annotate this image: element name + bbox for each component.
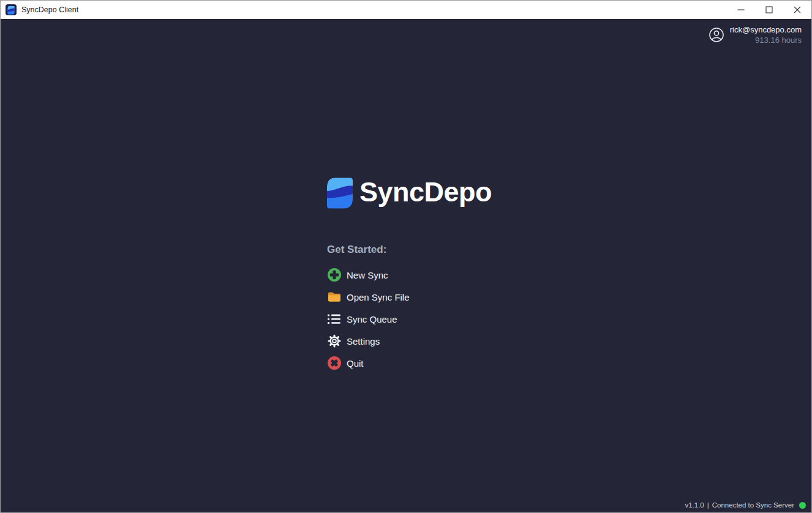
minimize-button[interactable]: [727, 1, 755, 19]
menu-label: Quit: [347, 358, 364, 369]
plus-circle-icon: [327, 268, 342, 282]
start-menu: New Sync Open Sync File: [327, 268, 584, 370]
main-content: SyncDepo Get Started: New Sync: [327, 177, 584, 370]
list-icon: [327, 312, 342, 326]
window-controls: [727, 1, 811, 19]
logo-text: SyncDepo: [359, 178, 492, 208]
get-started-heading: Get Started:: [327, 244, 584, 256]
minimize-icon: [737, 6, 745, 13]
maximize-icon: [765, 6, 773, 13]
user-avatar-icon: [709, 27, 724, 43]
maximize-button[interactable]: [755, 1, 783, 19]
logo: SyncDepo: [327, 177, 584, 209]
menu-label: Open Sync File: [347, 292, 410, 302]
account-hours: 913.16 hours: [730, 36, 802, 45]
menu-label: New Sync: [347, 270, 388, 280]
window-title: SyncDepo Client: [21, 6, 78, 14]
status-separator: |: [707, 501, 709, 509]
account-info[interactable]: rick@syncdepo.com 913.16 hours: [709, 25, 802, 45]
logo-icon: [327, 178, 353, 209]
connection-status-dot: [799, 502, 806, 509]
app-logo-icon: [6, 4, 17, 15]
close-button[interactable]: [783, 1, 811, 19]
account-email: rick@syncdepo.com: [730, 25, 802, 34]
gear-icon: [327, 334, 342, 348]
account-text: rick@syncdepo.com 913.16 hours: [730, 25, 802, 45]
version-label: v1.1.0: [685, 501, 704, 509]
x-circle-icon: [327, 356, 342, 370]
menu-label: Sync Queue: [347, 314, 397, 324]
menu-label: Settings: [347, 336, 380, 346]
folder-icon: [327, 290, 342, 304]
menu-item-open-sync-file[interactable]: Open Sync File: [327, 290, 410, 304]
titlebar: SyncDepo Client: [1, 1, 811, 19]
menu-item-new-sync[interactable]: New Sync: [327, 268, 388, 282]
menu-item-settings[interactable]: Settings: [327, 334, 380, 348]
connection-status-label: Connected to Sync Server: [712, 501, 794, 509]
menu-item-quit[interactable]: Quit: [327, 356, 364, 370]
close-icon: [794, 6, 801, 13]
app-window: SyncDepo Client rick@syncdepo.com 913.16…: [0, 0, 812, 513]
status-bar: v1.1.0 | Connected to Sync Server: [685, 501, 806, 509]
menu-item-sync-queue[interactable]: Sync Queue: [327, 312, 397, 326]
